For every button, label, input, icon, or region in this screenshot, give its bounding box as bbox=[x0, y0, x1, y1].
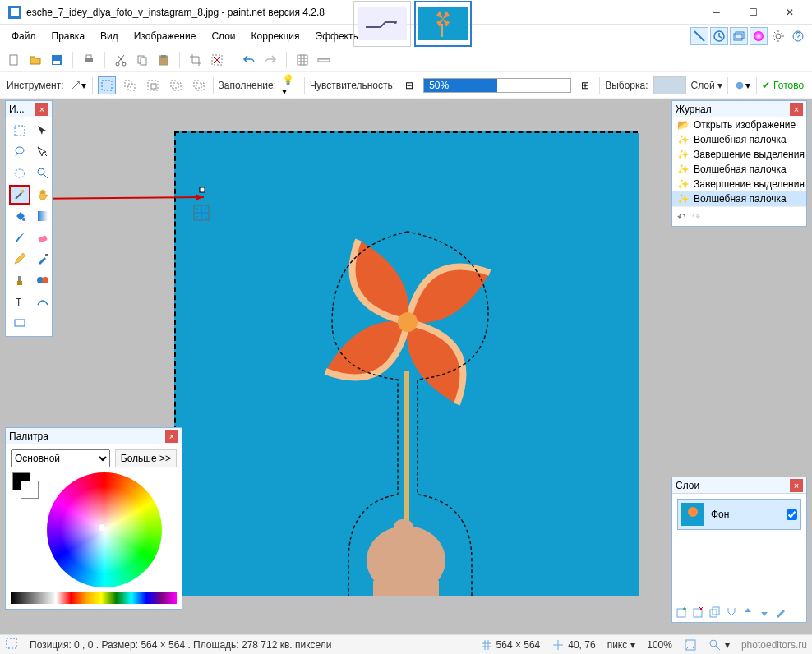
menu-layers[interactable]: Слои bbox=[205, 27, 242, 45]
paste-icon[interactable] bbox=[156, 53, 171, 67]
antialias-toggle[interactable]: ▾ bbox=[733, 76, 751, 94]
color-wheel[interactable] bbox=[47, 472, 162, 587]
menu-view[interactable]: Вид bbox=[94, 27, 125, 45]
panel-toggle-layers[interactable] bbox=[730, 27, 748, 45]
tolerance-plus[interactable]: ⊞ bbox=[576, 76, 594, 94]
print-icon[interactable] bbox=[81, 53, 96, 67]
history-panel-title[interactable]: Журнал × bbox=[672, 101, 806, 117]
history-panel-close[interactable]: × bbox=[790, 103, 803, 116]
tool-recolor[interactable] bbox=[32, 270, 53, 290]
layers-panel-title[interactable]: Слои × bbox=[672, 477, 806, 494]
layer-moveup-icon[interactable] bbox=[741, 606, 754, 619]
panel-toggle-history[interactable] bbox=[710, 27, 728, 45]
tool-gradient[interactable] bbox=[32, 206, 53, 226]
layer-duplicate-icon[interactable] bbox=[708, 606, 722, 619]
history-row[interactable]: 📂Открыть изображение bbox=[672, 117, 806, 132]
color-wheel-cursor[interactable] bbox=[98, 523, 106, 532]
deselect-icon[interactable] bbox=[210, 53, 224, 67]
undo-icon[interactable] bbox=[242, 53, 256, 67]
tool-move-selection[interactable] bbox=[32, 121, 53, 140]
image-thumb-0[interactable] bbox=[353, 1, 411, 47]
secondary-color-swatch[interactable] bbox=[21, 481, 39, 499]
new-file-icon[interactable] bbox=[7, 53, 21, 67]
window-close-button[interactable]: ✕ bbox=[772, 1, 809, 24]
layer-add-icon[interactable] bbox=[676, 606, 689, 619]
layer-delete-icon[interactable] bbox=[692, 606, 705, 619]
undo-icon[interactable]: ↶ bbox=[677, 211, 685, 223]
tool-lasso[interactable] bbox=[9, 142, 30, 162]
ready-button[interactable]: ✔ Готово bbox=[762, 80, 804, 91]
tool-dropdown[interactable]: ▾ bbox=[69, 76, 87, 94]
layer-movedown-icon[interactable] bbox=[758, 606, 771, 619]
tools-panel-close[interactable]: × bbox=[35, 103, 48, 116]
redo-icon[interactable] bbox=[263, 53, 278, 67]
cut-icon[interactable] bbox=[113, 53, 128, 67]
panel-toggle-colors[interactable] bbox=[750, 27, 768, 45]
palette-panel-title[interactable]: Палитра × bbox=[6, 428, 182, 444]
layer-visible-checkbox[interactable] bbox=[787, 509, 797, 520]
layers-panel-close[interactable]: × bbox=[790, 479, 803, 492]
selection-mode-subtract[interactable] bbox=[144, 76, 162, 94]
sampling-mode[interactable]: Слой ▾ bbox=[691, 80, 723, 91]
history-panel: Журнал × 📂Открыть изображение ✨Волшебная… bbox=[671, 100, 807, 227]
tool-line[interactable] bbox=[32, 292, 53, 311]
tool-text[interactable]: T bbox=[9, 292, 30, 311]
palette-more-button[interactable]: Больше >> bbox=[115, 449, 177, 467]
fit-screen-icon[interactable] bbox=[684, 638, 697, 652]
history-row[interactable]: ✨Завершение выделения палочкой bbox=[672, 147, 806, 162]
status-units[interactable]: пикс ▾ bbox=[607, 639, 636, 651]
tool-clone[interactable] bbox=[9, 270, 30, 290]
save-file-icon[interactable] bbox=[49, 53, 64, 67]
tolerance-slider[interactable]: 50% bbox=[423, 78, 571, 93]
tool-eraser[interactable] bbox=[32, 228, 53, 247]
selection-mode-xor[interactable] bbox=[190, 76, 208, 94]
tool-rect-select[interactable] bbox=[9, 121, 30, 140]
layer-row[interactable]: Фон bbox=[677, 499, 801, 530]
history-row[interactable]: ✨Волшебная палочка bbox=[672, 132, 806, 147]
menu-file[interactable]: Файл bbox=[5, 27, 43, 45]
tool-pan[interactable] bbox=[32, 185, 53, 205]
fill-mode-dropdown[interactable]: 💡▾ bbox=[281, 76, 299, 94]
zoom-icon[interactable]: ▾ bbox=[708, 638, 730, 652]
menu-image[interactable]: Изображение bbox=[127, 27, 203, 45]
panel-toggle-tools[interactable] bbox=[690, 27, 708, 45]
tolerance-minus[interactable]: ⊟ bbox=[400, 76, 418, 94]
palette-mode-select[interactable]: Основной bbox=[11, 449, 110, 467]
grid-icon[interactable] bbox=[295, 53, 310, 67]
ruler-icon[interactable] bbox=[316, 53, 331, 67]
layer-merge-icon[interactable] bbox=[725, 606, 738, 619]
crop-icon[interactable] bbox=[188, 53, 203, 67]
tool-zoom[interactable] bbox=[32, 164, 53, 183]
tools-panel-title[interactable]: И... × bbox=[6, 101, 52, 117]
tool-move-pixels[interactable] bbox=[32, 142, 53, 162]
tool-brush[interactable] bbox=[9, 228, 30, 247]
layer-properties-icon[interactable] bbox=[774, 606, 787, 619]
palette-strip[interactable] bbox=[11, 592, 177, 604]
tool-shapes[interactable] bbox=[9, 313, 30, 333]
menu-adjustments[interactable]: Коррекция bbox=[245, 27, 307, 45]
open-file-icon[interactable] bbox=[28, 53, 43, 67]
status-zoom[interactable]: 100% bbox=[647, 639, 672, 651]
redo-icon[interactable]: ↷ bbox=[692, 211, 700, 223]
tool-ellipse-select[interactable] bbox=[9, 164, 30, 183]
image-thumb-1[interactable] bbox=[414, 1, 472, 47]
history-row[interactable]: ✨Завершение выделения палочкой bbox=[672, 177, 806, 191]
window-maximize-button[interactable]: ☐ bbox=[735, 1, 772, 24]
tool-magic-wand[interactable] bbox=[9, 185, 30, 205]
copy-icon[interactable] bbox=[135, 53, 150, 67]
menu-edit[interactable]: Правка bbox=[45, 27, 92, 45]
canvas[interactable] bbox=[174, 131, 638, 595]
selection-mode-add[interactable] bbox=[121, 76, 139, 94]
selection-mode-intersect[interactable] bbox=[167, 76, 185, 94]
palette-panel-close[interactable]: × bbox=[165, 430, 178, 443]
selection-mode-replace[interactable] bbox=[98, 76, 116, 94]
window-minimize-button[interactable]: ─ bbox=[698, 1, 735, 24]
tool-fill[interactable] bbox=[9, 206, 30, 226]
settings-button[interactable] bbox=[769, 27, 787, 45]
help-button[interactable]: ? bbox=[789, 27, 807, 45]
tool-pencil[interactable] bbox=[9, 249, 30, 269]
color-swatches[interactable] bbox=[12, 472, 40, 500]
history-row[interactable]: ✨Волшебная палочка bbox=[672, 191, 806, 206]
tool-colorpicker[interactable] bbox=[32, 249, 53, 269]
history-row[interactable]: ✨Волшебная палочка bbox=[672, 162, 806, 177]
